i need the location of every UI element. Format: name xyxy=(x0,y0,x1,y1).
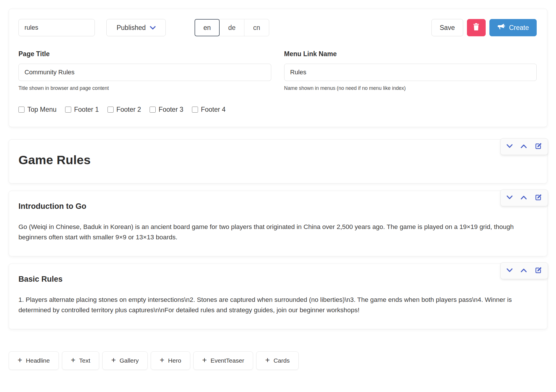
page-editor: Published en de cn Save xyxy=(0,0,556,378)
settings-top-row: Published en de cn Save xyxy=(18,19,537,36)
menu-link-field: Menu Link Name Name shown in menus (no n… xyxy=(284,50,537,91)
slug-input[interactable] xyxy=(18,19,95,36)
menu-checkboxes: Top Menu Footer 1 Footer 2 Footer 3 Foot… xyxy=(18,106,537,113)
menu-link-label: Menu Link Name xyxy=(284,50,537,58)
checkbox-top-menu[interactable]: Top Menu xyxy=(18,106,56,113)
delete-button[interactable] xyxy=(467,19,486,36)
edit-block-button[interactable] xyxy=(535,267,542,275)
bullhorn-icon xyxy=(497,23,505,32)
create-button[interactable]: Create xyxy=(489,19,537,36)
move-down-button[interactable] xyxy=(506,268,513,273)
plus-icon xyxy=(71,356,76,364)
status-dropdown[interactable]: Published xyxy=(106,19,166,36)
edit-icon xyxy=(535,267,542,275)
lang-tab-de[interactable]: de xyxy=(219,19,244,36)
save-button[interactable]: Save xyxy=(431,19,463,36)
checkbox-label: Footer 2 xyxy=(116,106,141,113)
add-headline-button[interactable]: Headline xyxy=(9,351,59,370)
plus-icon xyxy=(111,356,116,364)
block-body: Go (Weiqi in Chinese, Baduk in Korean) i… xyxy=(18,222,537,244)
chevron-down-icon xyxy=(506,268,513,273)
chevron-down-icon xyxy=(150,24,156,32)
edit-block-button[interactable] xyxy=(535,143,542,151)
chevron-up-icon xyxy=(521,144,527,149)
settings-form: Page Title Title shown in browser and pa… xyxy=(18,50,537,91)
move-up-button[interactable] xyxy=(521,195,527,200)
chevron-up-icon xyxy=(521,195,527,200)
block-title: Introduction to Go xyxy=(18,202,538,211)
checkbox-footer-3[interactable]: Footer 3 xyxy=(150,106,183,113)
lang-tab-cn[interactable]: cn xyxy=(244,19,269,36)
block-text-basic-rules: Basic Rules 1. Players alternate placing… xyxy=(9,264,547,329)
block-title: Basic Rules xyxy=(18,275,538,284)
checkbox-label: Footer 3 xyxy=(159,106,183,113)
checkbox-icon[interactable] xyxy=(18,107,24,113)
page-title-input[interactable] xyxy=(18,64,271,81)
block-toolbar xyxy=(500,262,548,279)
checkbox-footer-1[interactable]: Footer 1 xyxy=(65,106,99,113)
add-button-label: EventTeaser xyxy=(210,357,244,364)
language-tabs: en de cn xyxy=(195,19,269,36)
add-button-label: Hero xyxy=(168,357,181,364)
action-buttons: Save xyxy=(431,19,537,36)
add-cards-button[interactable]: Cards xyxy=(256,351,299,370)
page-settings-card: Published en de cn Save xyxy=(9,9,547,127)
checkbox-icon[interactable] xyxy=(65,107,71,113)
add-component-row: Headline Text Gallery Hero EventTeaser C… xyxy=(9,351,547,370)
plus-icon xyxy=(265,356,270,364)
edit-icon xyxy=(535,143,542,151)
page-title-field: Page Title Title shown in browser and pa… xyxy=(18,50,271,91)
lang-tab-en[interactable]: en xyxy=(195,19,220,36)
chevron-down-icon xyxy=(506,144,513,149)
trash-icon xyxy=(472,23,480,33)
add-text-button[interactable]: Text xyxy=(62,351,99,370)
edit-block-button[interactable] xyxy=(535,194,542,202)
move-down-button[interactable] xyxy=(506,195,513,200)
add-button-label: Headline xyxy=(26,357,50,364)
plus-icon xyxy=(202,356,207,364)
add-button-label: Gallery xyxy=(120,357,139,364)
add-hero-button[interactable]: Hero xyxy=(151,351,190,370)
checkbox-icon[interactable] xyxy=(150,107,156,113)
block-headline: Game Rules xyxy=(9,139,547,183)
add-eventteaser-button[interactable]: EventTeaser xyxy=(193,351,253,370)
create-button-label: Create xyxy=(509,24,529,32)
move-up-button[interactable] xyxy=(521,144,527,149)
checkbox-icon[interactable] xyxy=(192,107,198,113)
checkbox-label: Footer 1 xyxy=(74,106,99,113)
add-gallery-button[interactable]: Gallery xyxy=(102,351,148,370)
checkbox-footer-2[interactable]: Footer 2 xyxy=(108,106,141,113)
menu-link-help: Name shown in menus (no need if no menu … xyxy=(284,85,537,91)
plus-icon xyxy=(18,356,22,364)
add-button-label: Cards xyxy=(274,357,290,364)
block-headline-title: Game Rules xyxy=(18,151,538,171)
status-dropdown-label: Published xyxy=(116,24,146,32)
checkbox-label: Top Menu xyxy=(27,106,56,113)
move-up-button[interactable] xyxy=(521,268,527,273)
checkbox-label: Footer 4 xyxy=(201,106,226,113)
chevron-up-icon xyxy=(521,268,527,273)
edit-icon xyxy=(535,194,542,202)
move-down-button[interactable] xyxy=(506,144,513,149)
block-toolbar xyxy=(500,138,548,155)
block-body: 1. Players alternate placing stones on e… xyxy=(18,295,537,317)
chevron-down-icon xyxy=(506,195,513,200)
checkbox-icon[interactable] xyxy=(108,107,114,113)
page-title-help: Title shown in browser and page content xyxy=(18,85,271,91)
plus-icon xyxy=(160,356,164,364)
menu-link-input[interactable] xyxy=(284,64,537,81)
checkbox-footer-4[interactable]: Footer 4 xyxy=(192,106,226,113)
block-toolbar xyxy=(500,190,548,206)
add-button-label: Text xyxy=(79,357,90,364)
block-text-introduction: Introduction to Go Go (Weiqi in Chinese,… xyxy=(9,191,547,256)
page-title-label: Page Title xyxy=(18,50,271,58)
